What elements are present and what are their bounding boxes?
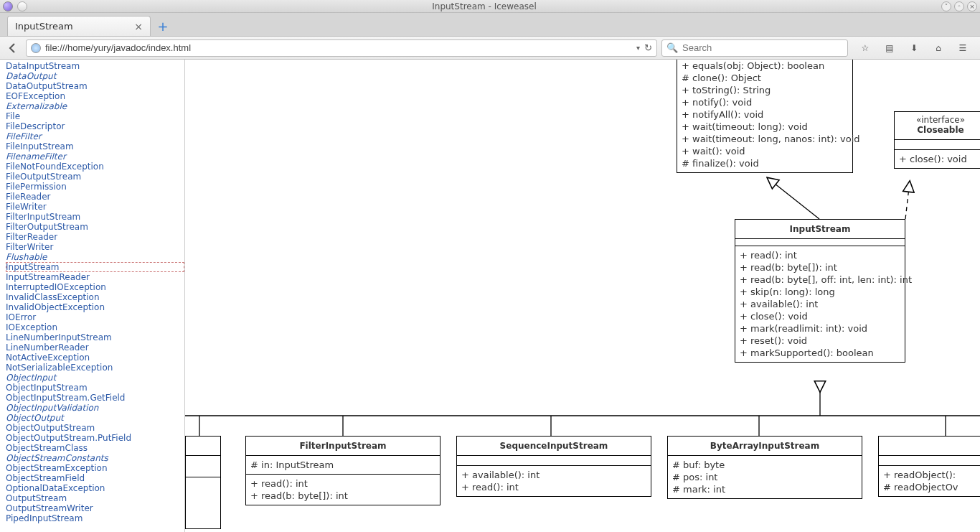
sidebar-item[interactable]: FileDescriptor bbox=[6, 121, 184, 131]
sidebar-item[interactable]: FilePermission bbox=[6, 182, 184, 192]
sidebar-item[interactable]: InputStream bbox=[6, 262, 184, 272]
sidebar-item[interactable]: OutputStream bbox=[6, 493, 184, 503]
uml-member: + available(): int bbox=[461, 469, 646, 481]
main-panel: + equals(obj: Object): boolean# clone():… bbox=[185, 60, 980, 532]
uml-member: + close(): void bbox=[899, 153, 980, 165]
reload-icon[interactable]: ↻ bbox=[644, 42, 652, 53]
uml-member: + mark(readlimit: int): void bbox=[740, 322, 900, 335]
sidebar-item[interactable]: OptionalDataException bbox=[6, 483, 184, 493]
uml-member: # clone(): Object bbox=[682, 72, 848, 84]
reading-list-icon[interactable]: ▤ bbox=[881, 39, 898, 57]
search-icon: 🔍 bbox=[666, 42, 678, 53]
sidebar-item[interactable]: IOException bbox=[6, 322, 184, 332]
sidebar-item[interactable]: InterruptedIOException bbox=[6, 282, 184, 292]
uml-title: InputStream bbox=[735, 220, 905, 238]
sidebar-item[interactable]: DataInputStream bbox=[6, 61, 184, 71]
uml-stereo: «interface» bbox=[897, 115, 980, 125]
sidebar-item[interactable]: NotActiveException bbox=[6, 353, 184, 363]
sidebar-item[interactable]: FilterOutputStream bbox=[6, 222, 184, 232]
uml-member: + wait(): void bbox=[682, 145, 848, 157]
sidebar-item[interactable]: LineNumberInputStream bbox=[6, 332, 184, 342]
sidebar-list[interactable]: DataInputStreamDataOutputDataOutputStrea… bbox=[0, 60, 184, 532]
sidebar-item[interactable]: ObjectStreamField bbox=[6, 473, 184, 483]
sidebar-item[interactable]: LineNumberReader bbox=[6, 342, 184, 353]
sidebar-item[interactable]: ObjectStreamException bbox=[6, 463, 184, 473]
uml-member: + reset(): void bbox=[740, 335, 900, 347]
uml-closeable-box: «interface» Closeable + close(): void bbox=[894, 111, 980, 169]
minimize-button[interactable]: ˅ bbox=[941, 1, 951, 11]
sidebar-item[interactable]: InputStreamReader bbox=[6, 272, 184, 282]
sidebar-item[interactable]: FileFilter bbox=[6, 131, 184, 141]
sidebar-item[interactable]: ObjectInputStream bbox=[6, 383, 184, 393]
home-icon[interactable]: ⌂ bbox=[930, 39, 947, 57]
uml-member: + wait(timeout: long, nanos: int): void bbox=[682, 133, 848, 145]
sidebar-item[interactable]: ObjectStreamClass bbox=[6, 443, 184, 453]
globe-icon bbox=[31, 43, 41, 53]
nav-toolbar: ▾ ↻ 🔍 ☆ ▤ ⬇ ⌂ ☰ bbox=[0, 37, 980, 60]
uml-member: + wait(timeout: long): void bbox=[682, 121, 848, 133]
uml-member: + close(): void bbox=[740, 310, 900, 322]
sidebar-item[interactable]: EOFException bbox=[6, 91, 184, 101]
maximize-button[interactable]: ◦ bbox=[954, 1, 964, 11]
sidebar-item[interactable]: FileNotFoundException bbox=[6, 162, 184, 172]
sidebar-item[interactable]: FilterWriter bbox=[6, 242, 184, 252]
sidebar-item[interactable]: Flushable bbox=[6, 252, 184, 262]
sidebar-item[interactable]: InvalidClassException bbox=[6, 292, 184, 302]
url-bar[interactable]: ▾ ↻ bbox=[26, 39, 657, 57]
tab-close-icon[interactable]: × bbox=[134, 21, 143, 32]
uml-leftcut-box bbox=[185, 436, 221, 529]
sidebar-item[interactable]: NotSerializableException bbox=[6, 363, 184, 373]
sidebar-item[interactable]: ObjectStreamConstants bbox=[6, 453, 184, 463]
sidebar-item[interactable]: IOError bbox=[6, 312, 184, 322]
tab-inputstream[interactable]: InputStream × bbox=[7, 16, 151, 36]
url-input[interactable] bbox=[45, 42, 632, 53]
app-icon bbox=[3, 1, 13, 11]
sidebar-item[interactable]: FilterReader bbox=[6, 232, 184, 242]
sidebar-item[interactable]: DataOutputStream bbox=[6, 81, 184, 91]
sidebar-item[interactable]: FileWriter bbox=[6, 202, 184, 212]
menu-icon[interactable]: ☰ bbox=[954, 39, 971, 57]
sidebar-item[interactable]: InvalidObjectException bbox=[6, 302, 184, 312]
sidebar-item[interactable]: ObjectInputStream.GetField bbox=[6, 393, 184, 403]
back-arrow-icon bbox=[7, 42, 19, 54]
bookmark-star-icon[interactable]: ☆ bbox=[857, 39, 874, 57]
new-tab-button[interactable]: + bbox=[155, 18, 171, 34]
uml-member: + read(): int bbox=[461, 481, 646, 493]
search-bar[interactable]: 🔍 bbox=[661, 39, 848, 57]
dropdown-icon[interactable]: ▾ bbox=[636, 44, 640, 52]
window-close-button[interactable]: × bbox=[967, 1, 977, 11]
uml-inputstream-box: InputStream + read(): int+ read(b: byte[… bbox=[735, 219, 905, 363]
uml-bytearrayinputstream-box: ByteArrayInputStream # buf: byte# pos: i… bbox=[667, 436, 862, 499]
svg-line-0 bbox=[768, 178, 819, 219]
sidebar-item[interactable]: PipedInputStream bbox=[6, 513, 184, 523]
sidebar-item[interactable]: ObjectOutput bbox=[6, 413, 184, 423]
sidebar-item[interactable]: ObjectOutputStream.PutField bbox=[6, 433, 184, 443]
uml-sequenceinputstream-box: SequenceInputStream + available(): int+ … bbox=[456, 436, 651, 497]
uml-member: # pos: int bbox=[672, 471, 857, 483]
uml-member: # in: InputStream bbox=[250, 459, 435, 471]
uml-member: + skip(n: long): long bbox=[740, 286, 900, 298]
search-input[interactable] bbox=[682, 42, 843, 53]
sidebar-item[interactable]: DataOutput bbox=[6, 71, 184, 81]
uml-filterinputstream-box: FilterInputStream # in: InputStream + re… bbox=[245, 436, 440, 505]
sidebar-item[interactable]: OutputStreamWriter bbox=[6, 503, 184, 513]
sidebar-item[interactable]: ObjectInput bbox=[6, 373, 184, 383]
window-menu-button[interactable] bbox=[17, 1, 27, 11]
sidebar-item[interactable]: FilterInputStream bbox=[6, 212, 184, 222]
downloads-icon[interactable]: ⬇ bbox=[905, 39, 923, 57]
uml-member: # readObjectOv bbox=[883, 481, 980, 493]
sidebar-item[interactable]: FileInputStream bbox=[6, 141, 184, 151]
uml-member: + read(b: byte[]): int bbox=[740, 261, 900, 274]
sidebar: DataInputStreamDataOutputDataOutputStrea… bbox=[0, 60, 185, 532]
back-button[interactable] bbox=[4, 39, 22, 57]
sidebar-item[interactable]: FileOutputStream bbox=[6, 172, 184, 182]
sidebar-item[interactable]: File bbox=[6, 111, 184, 121]
sidebar-item[interactable]: ObjectInputValidation bbox=[6, 403, 184, 413]
sidebar-item[interactable]: ObjectOutputStream bbox=[6, 423, 184, 433]
content-area: DataInputStreamDataOutputDataOutputStrea… bbox=[0, 60, 980, 532]
main-scroll[interactable]: + equals(obj: Object): boolean# clone():… bbox=[185, 60, 980, 532]
sidebar-item[interactable]: FilenameFilter bbox=[6, 151, 184, 162]
uml-title: Closeable bbox=[897, 125, 980, 135]
sidebar-item[interactable]: FileReader bbox=[6, 192, 184, 202]
sidebar-item[interactable]: Externalizable bbox=[6, 101, 184, 111]
